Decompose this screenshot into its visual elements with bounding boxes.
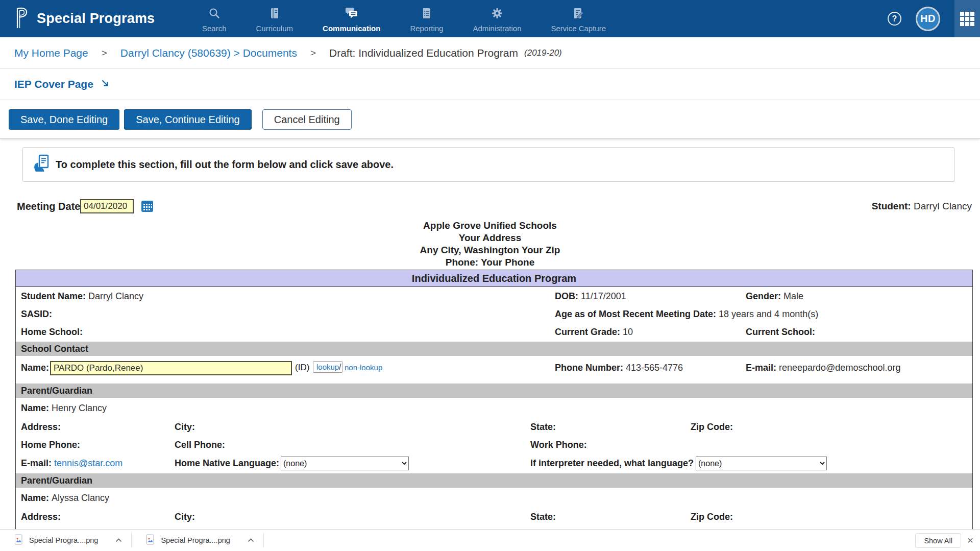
image-file-icon xyxy=(14,534,23,547)
district-phone: Phone: Your Phone xyxy=(0,256,980,269)
downloads-bar: Special Progra....png Special Progra....… xyxy=(0,529,980,551)
brand[interactable]: Special Programs xyxy=(0,6,168,32)
download-file-name: Special Progra....png xyxy=(161,536,230,544)
image-file-icon xyxy=(146,534,155,547)
section-title: IEP Cover Page xyxy=(14,78,93,90)
district-address: Your Address xyxy=(0,232,980,244)
open-section-arrow-icon xyxy=(101,78,110,90)
note-in-hand-icon xyxy=(23,154,52,175)
download-item-2[interactable]: Special Progra....png xyxy=(132,530,263,551)
book-icon xyxy=(268,7,281,21)
meeting-date-input[interactable] xyxy=(80,199,134,213)
close-downloads-icon[interactable]: × xyxy=(967,534,973,547)
iep-cover-page-link[interactable]: IEP Cover Page xyxy=(14,78,110,90)
guardian1-email: E-mail:tennis@star.com xyxy=(21,458,122,469)
guardian1-home-phone-label: Home Phone: xyxy=(21,436,83,454)
field-current-school: Current School: xyxy=(746,323,818,341)
lookup-link[interactable]: lookup xyxy=(313,361,342,373)
downloads-separator xyxy=(263,533,264,547)
row-guardian2-name: Name:Alyssa Clancy xyxy=(16,488,972,508)
nav-item-reporting[interactable]: Reporting xyxy=(410,7,443,33)
breadcrumb-student-documents-link[interactable]: Darryl Clancy (580639) > Documents xyxy=(120,47,297,59)
search-icon xyxy=(208,7,220,21)
section-band-parent-guardian-1: Parent/Guardian xyxy=(16,384,972,398)
nav-item-service-capture[interactable]: Service Capture xyxy=(551,7,606,33)
breadcrumb-separator: > xyxy=(310,47,316,59)
nav-label: Curriculum xyxy=(256,24,293,33)
contact-email: E-mail:reneepardo@demoschool.org xyxy=(746,363,900,373)
save-done-editing-button[interactable]: Save, Done Editing xyxy=(9,109,119,130)
guardian2-zip-label: Zip Code: xyxy=(691,508,736,526)
guardian1-email-link[interactable]: tennis@star.com xyxy=(54,458,122,468)
row-guardian1-address: Address: City: State: Zip Code: xyxy=(16,418,972,436)
field-dob: DOB:11/17/2001 xyxy=(555,288,626,305)
download-item-1[interactable]: Special Progra....png xyxy=(0,530,131,551)
home-native-language-select[interactable]: (none) xyxy=(281,457,409,470)
chevron-up-icon[interactable] xyxy=(115,538,122,542)
guardian1-work-phone-label: Work Phone: xyxy=(530,436,590,454)
cancel-editing-button[interactable]: Cancel Editing xyxy=(262,109,352,130)
service-capture-icon xyxy=(572,7,584,21)
nav-item-administration[interactable]: Administration xyxy=(473,7,521,33)
nav-label: Service Capture xyxy=(551,24,606,33)
calendar-icon[interactable] xyxy=(141,200,154,215)
row-school-contact: Name: (ID) lookup / non-lookup Phone Num… xyxy=(16,356,972,380)
row-student-dob-gender: Student Name:Darryl Clancy DOB:11/17/200… xyxy=(16,288,972,305)
contact-name-input[interactable] xyxy=(50,361,292,375)
contact-phone: Phone Number:413-565-4776 xyxy=(555,363,683,373)
interpreter-language-select[interactable]: (none) xyxy=(696,457,827,470)
report-icon xyxy=(421,7,433,21)
section-band-school-contact: School Contact xyxy=(16,342,972,356)
field-student-name: Student Name:Darryl Clancy xyxy=(21,288,143,305)
user-avatar[interactable]: HD xyxy=(916,7,940,31)
breadcrumb-separator: > xyxy=(102,47,107,59)
row-guardian1-email-language: E-mail:tennis@star.com Home Native Langu… xyxy=(16,454,972,473)
breadcrumb-home-link[interactable]: My Home Page xyxy=(14,47,88,59)
meeting-date-label: Meeting Date: xyxy=(17,197,84,215)
guardian1-city-label: City: xyxy=(175,418,198,436)
nav-label: Communication xyxy=(323,24,380,33)
student-name: Darryl Clancy xyxy=(914,201,972,211)
field-sasid: SASID: xyxy=(21,305,55,323)
guardian1-interpreter-label: If interpreter needed, what language? xyxy=(530,458,696,469)
guardian1-state-label: State: xyxy=(530,418,558,436)
brand-title: Special Programs xyxy=(37,11,155,27)
student-label: Student: xyxy=(872,201,911,211)
iep-table-title: Individualized Education Program xyxy=(16,270,972,287)
document-year: (2019-20) xyxy=(524,48,562,58)
breadcrumb: My Home Page > Darryl Clancy (580639) > … xyxy=(0,37,980,69)
contact-name-label: Name: xyxy=(21,363,52,373)
nav-label: Reporting xyxy=(410,24,443,33)
help-icon[interactable]: ? xyxy=(888,12,901,26)
field-current-grade: Current Grade:10 xyxy=(555,323,633,341)
guardian1-language-label: Home Native Language: xyxy=(175,458,282,469)
lookup-slash: / xyxy=(339,363,341,372)
guardian1-zip-label: Zip Code: xyxy=(691,418,736,436)
guardian2-state-label: State: xyxy=(530,508,558,526)
row-guardian1-name: Name:Henry Clancy xyxy=(16,398,972,418)
row-guardian2-address: Address: City: State: Zip Code: xyxy=(16,508,972,526)
main-nav: Search Curriculum Communication Reportin… xyxy=(202,0,606,37)
meeting-row: Meeting Date: Student: Darryl Clancy xyxy=(0,197,980,215)
editing-toolbar: Save, Done Editing Save, Continue Editin… xyxy=(0,100,980,139)
gear-icon xyxy=(491,7,503,21)
show-all-button[interactable]: Show All xyxy=(915,533,961,548)
field-age: Age as of Most Recent Meeting Date:18 ye… xyxy=(555,305,818,323)
iep-form-table: Individualized Education Program Student… xyxy=(15,270,973,532)
nav-item-search[interactable]: Search xyxy=(202,7,227,33)
save-continue-editing-button[interactable]: Save, Continue Editing xyxy=(124,109,251,130)
field-gender: Gender:Male xyxy=(746,288,803,305)
nav-item-communication[interactable]: Communication xyxy=(323,7,380,33)
nav-item-curriculum[interactable]: Curriculum xyxy=(256,7,293,33)
chevron-up-icon[interactable] xyxy=(248,538,254,542)
row-sasid-age: SASID: Age as of Most Recent Meeting Dat… xyxy=(16,305,972,323)
notice-text: To complete this section, fill out the f… xyxy=(56,159,394,171)
top-nav-bar: Special Programs Search Curriculum Commu… xyxy=(0,0,980,37)
non-lookup-link[interactable]: non-lookup xyxy=(345,363,382,372)
student-indicator: Student: Darryl Clancy xyxy=(872,197,972,215)
row-guardian1-phones: Home Phone: Cell Phone: Work Phone: xyxy=(16,436,972,454)
guardian1-address-label: Address: xyxy=(21,418,63,436)
contact-id-label: (ID) xyxy=(295,363,309,373)
apps-menu-button[interactable] xyxy=(954,0,980,37)
guardian1-cell-phone-label: Cell Phone: xyxy=(175,436,228,454)
